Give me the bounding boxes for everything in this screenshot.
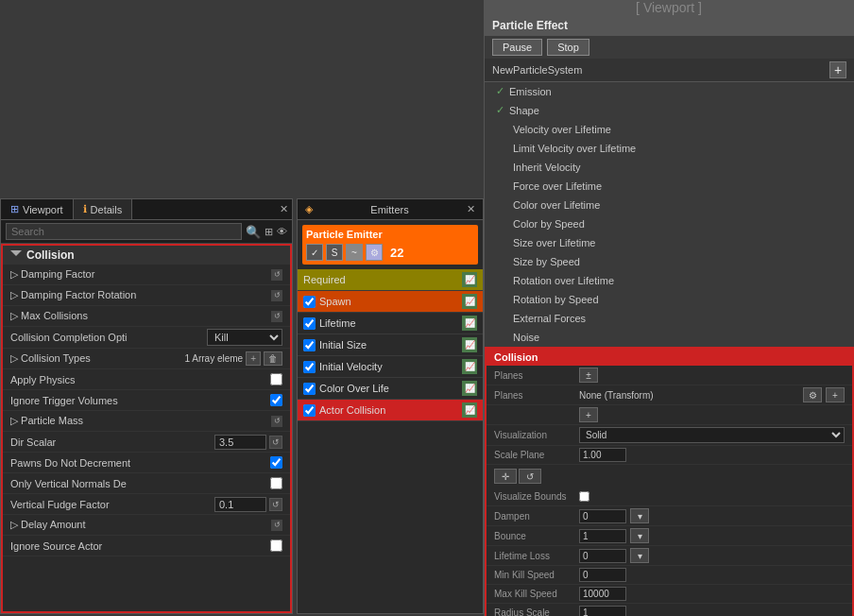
- tree-item-velocity-lifetime[interactable]: Velocity over Lifetime: [485, 120, 854, 139]
- dropdown-collision-completion[interactable]: Kill Freeze: [207, 329, 282, 346]
- emitter-solo-btn[interactable]: S: [326, 244, 343, 261]
- checkbox-apply-physics[interactable]: [270, 373, 282, 385]
- tab-details[interactable]: ℹ Details: [74, 199, 133, 219]
- module-item-spawn[interactable]: Spawn 📈: [298, 291, 483, 313]
- col-label-scale-plane: Scale Plane: [494, 450, 579, 460]
- eye-icon[interactable]: 👁: [277, 226, 287, 237]
- spinner-fudge-factor[interactable]: ↺: [269, 498, 282, 511]
- module-item-required[interactable]: Required 📈: [298, 269, 483, 291]
- prop-value-max-collisions: ↺: [271, 311, 282, 322]
- tree-item-size-speed[interactable]: Size by Speed: [485, 252, 854, 271]
- bounce-arrow-btn[interactable]: ▾: [630, 528, 649, 543]
- collision-header[interactable]: Collision: [3, 246, 290, 265]
- planes-stepper-btn[interactable]: ±: [579, 368, 598, 383]
- emitter-check-btn[interactable]: ✓: [306, 244, 323, 261]
- input-lifetime-loss[interactable]: [579, 549, 626, 563]
- tree-item-rotation-speed[interactable]: Rotation by Speed: [485, 290, 854, 309]
- tree-item-external-forces[interactable]: External Forces: [485, 309, 854, 328]
- close-icon[interactable]: ✕: [280, 203, 288, 215]
- stop-button[interactable]: Stop: [547, 39, 589, 56]
- search-icon[interactable]: 🔍: [246, 225, 261, 239]
- del-collision-type[interactable]: 🗑: [264, 351, 282, 366]
- reset-particle-mass[interactable]: ↺: [271, 416, 282, 427]
- tree-label-emission: Emission: [509, 86, 552, 97]
- grid-icon[interactable]: ⊞: [265, 226, 273, 238]
- module-tree: ✓ Emission ✓ Shape Velocity over Lifetim…: [485, 82, 854, 616]
- right-top-viewport: [ Viewport ]: [484, 0, 854, 15]
- graph-btn-actor-collision[interactable]: 📈: [462, 402, 477, 418]
- checkbox-visualize-bounds[interactable]: [579, 491, 589, 502]
- tree-item-size-lifetime[interactable]: Size over Lifetime: [485, 233, 854, 252]
- graph-btn-spawn[interactable]: 📈: [462, 294, 477, 309]
- graph-btn-initial-size[interactable]: 📈: [462, 337, 477, 352]
- move-btn[interactable]: ✛: [494, 469, 517, 484]
- check-initial-size[interactable]: [303, 339, 316, 351]
- input-max-kill[interactable]: [579, 587, 626, 601]
- extra-add-btn[interactable]: +: [579, 407, 598, 422]
- checkbox-pawns[interactable]: [270, 456, 282, 469]
- tree-item-inherit-velocity[interactable]: Inherit Velocity: [485, 158, 854, 177]
- graph-btn-lifetime[interactable]: 📈: [462, 316, 477, 331]
- input-dampen[interactable]: [579, 509, 626, 523]
- check-actor-collision[interactable]: [303, 404, 316, 417]
- col-prop-bounce: Bounce ▾: [487, 526, 852, 546]
- check-initial-velocity[interactable]: [303, 361, 316, 373]
- add-collision-type[interactable]: +: [246, 351, 261, 366]
- emitter-graph-btn[interactable]: ~: [346, 244, 363, 261]
- reset-damping-rotation[interactable]: ↺: [271, 290, 282, 301]
- prop-value-dir-scalar: ↺: [214, 435, 282, 450]
- module-item-initial-size[interactable]: Initial Size 📈: [298, 334, 483, 356]
- module-item-color-over-life[interactable]: Color Over Life 📈: [298, 378, 483, 400]
- planes-gear-btn[interactable]: ⚙: [803, 387, 822, 402]
- checkbox-vertical-normals[interactable]: [270, 477, 282, 489]
- emitter-settings-btn[interactable]: ⚙: [366, 244, 383, 261]
- right-bottom: Particle Effect Pause Stop NewParticleSy…: [484, 15, 854, 616]
- input-min-kill[interactable]: [579, 568, 626, 582]
- graph-btn-initial-velocity[interactable]: 📈: [462, 359, 477, 374]
- reset-delay-amount[interactable]: ↺: [271, 520, 282, 531]
- input-radius-scale[interactable]: [579, 606, 626, 616]
- check-lifetime[interactable]: [303, 317, 316, 330]
- graph-btn-required[interactable]: 📈: [462, 272, 477, 287]
- tree-item-shape[interactable]: ✓ Shape: [485, 101, 854, 120]
- tree-item-color-speed[interactable]: Color by Speed: [485, 214, 854, 233]
- reset-damping-factor[interactable]: ↺: [271, 269, 282, 281]
- particle-effect-panel: Particle Effect Pause Stop NewParticleSy…: [484, 15, 854, 616]
- search-input[interactable]: [6, 223, 242, 240]
- input-bounce[interactable]: [579, 529, 626, 543]
- tree-item-noise[interactable]: Noise: [485, 328, 854, 347]
- reset-max-collisions[interactable]: ↺: [271, 311, 282, 322]
- prop-value-collision-types: 1 Array eleme + 🗑: [184, 351, 282, 366]
- module-item-actor-collision[interactable]: Actor Collision 📈: [298, 400, 483, 421]
- move-handle: ✛ ↺: [494, 469, 845, 484]
- rotate-btn[interactable]: ↺: [519, 469, 541, 484]
- check-spawn[interactable]: [303, 296, 316, 308]
- prop-value-ignore-trigger: [270, 394, 282, 406]
- tree-label-shape: Shape: [509, 105, 539, 116]
- planes-add-btn[interactable]: +: [826, 387, 845, 402]
- tree-item-force-lifetime[interactable]: Force over Lifetime: [485, 177, 854, 196]
- check-color-over-life[interactable]: [303, 383, 316, 395]
- prop-value-fudge-factor: ↺: [214, 497, 282, 512]
- dampen-arrow-btn[interactable]: ▾: [630, 508, 649, 523]
- add-module-button[interactable]: +: [829, 61, 846, 78]
- input-scale-plane[interactable]: [579, 448, 626, 462]
- module-item-initial-velocity[interactable]: Initial Velocity 📈: [298, 356, 483, 378]
- pause-button[interactable]: Pause: [492, 39, 542, 56]
- module-item-lifetime[interactable]: Lifetime 📈: [298, 313, 483, 334]
- lifetime-loss-arrow-btn[interactable]: ▾: [630, 548, 649, 563]
- input-fudge-factor[interactable]: [214, 497, 266, 512]
- emitters-close-icon[interactable]: ✕: [467, 203, 475, 215]
- tree-item-color-lifetime[interactable]: Color over Lifetime: [485, 196, 854, 214]
- checkbox-ignore-source[interactable]: [270, 539, 282, 552]
- graph-btn-color-over-life[interactable]: 📈: [462, 381, 477, 396]
- emitters-panel: ◈ Emitters ✕ Particle Emitter ✓ S ~ ⚙ 22…: [297, 198, 484, 614]
- tree-item-emission[interactable]: ✓ Emission: [485, 82, 854, 101]
- tree-item-rotation-lifetime[interactable]: Rotation over Lifetime: [485, 271, 854, 290]
- select-visualization[interactable]: Solid Wireframe: [579, 427, 845, 443]
- checkbox-ignore-trigger[interactable]: [270, 394, 282, 406]
- spinner-dir-scalar[interactable]: ↺: [269, 436, 282, 449]
- tab-viewport[interactable]: ⊞ Viewport: [1, 199, 74, 219]
- input-dir-scalar[interactable]: [214, 435, 266, 450]
- tree-item-limit-velocity[interactable]: Limit Velocity over Lifetime: [485, 139, 854, 158]
